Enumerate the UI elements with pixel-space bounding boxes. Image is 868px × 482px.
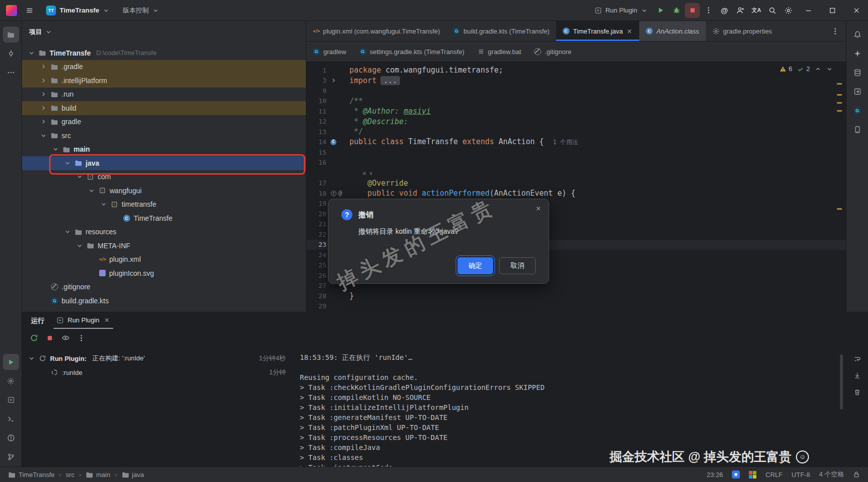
tree-item-resources[interactable]: resources: [22, 225, 306, 239]
clear-console-icon[interactable]: [853, 388, 861, 396]
run-toolwindow-icon[interactable]: [3, 354, 19, 370]
vcs-widget[interactable]: 版本控制: [119, 4, 163, 17]
close-tab-icon[interactable]: [104, 317, 110, 323]
line-separator[interactable]: CRLF: [765, 471, 782, 478]
readonly-lock-icon[interactable]: [853, 471, 860, 478]
dependencies-icon[interactable]: [849, 84, 865, 100]
ime-icon[interactable]: [749, 471, 756, 478]
breadcrumb-item-main[interactable]: main: [86, 471, 110, 478]
editor-tab-build-gradle-kts-timetransfe[interactable]: Gbuild.gradle.kts (TimeTransfe): [447, 21, 556, 41]
tree-item-main[interactable]: main: [22, 143, 306, 157]
tree-item-src[interactable]: src: [22, 129, 306, 143]
chevron-right-icon[interactable]: [40, 91, 47, 98]
gradle-toolwindow-icon[interactable]: G: [849, 103, 865, 119]
chevron-down-icon[interactable]: [64, 160, 71, 167]
database-icon[interactable]: [849, 65, 865, 81]
tree-item-build-gradle-kts[interactable]: Gbuild.gradle.kts: [22, 294, 306, 308]
chevron-down-icon[interactable]: [100, 201, 107, 208]
atGut-icon[interactable]: @: [338, 190, 342, 197]
tree-item-gradle[interactable]: gradle: [22, 115, 306, 129]
caret-position[interactable]: 23:26: [707, 471, 723, 478]
more-options-icon[interactable]: [78, 334, 85, 342]
tree-item-build[interactable]: build: [22, 101, 306, 115]
overrideUp-icon[interactable]: [330, 190, 337, 197]
console-scrollbar[interactable]: [840, 354, 843, 409]
tree-item-gitignore[interactable]: .gitignore: [22, 280, 306, 294]
stop-button[interactable]: [685, 3, 700, 18]
run-tree-row-runide[interactable]: :runIde1分钟: [22, 365, 295, 379]
tree-item-com[interactable]: com: [22, 170, 306, 184]
more-toolwindows-icon[interactable]: [3, 65, 19, 81]
chevron-right-icon[interactable]: [40, 118, 47, 125]
chevron-right-icon[interactable]: [40, 77, 47, 84]
tree-item-timetransfe[interactable]: TimeTransfeD:\code\TimeTransfe: [22, 46, 306, 60]
search-icon[interactable]: [765, 3, 780, 18]
ai-assistant-icon[interactable]: [849, 46, 865, 62]
run-plugin-tab[interactable]: Run Plugin: [54, 312, 113, 329]
tree-item-pluginicon-svg[interactable]: pluginIcon.svg: [22, 266, 306, 280]
project-toolwindow-icon[interactable]: [3, 27, 19, 43]
translation-plugin-icon[interactable]: [732, 470, 740, 478]
next-problem-icon[interactable]: [826, 66, 833, 73]
tree-item-run[interactable]: .run: [22, 88, 306, 102]
breadcrumb-item-java[interactable]: java: [122, 471, 144, 478]
editor-tab-gradlew[interactable]: Ggradlew: [306, 42, 353, 62]
tree-item-meta-inf[interactable]: META-INF: [22, 239, 306, 253]
project-widget[interactable]: TT TimeTransfe: [42, 4, 114, 18]
foldChev-icon[interactable]: [330, 77, 337, 84]
chevron-down-icon[interactable]: [40, 132, 47, 139]
editor-tab-anaction-class[interactable]: CAnAction.class: [639, 21, 705, 41]
tree-item-gradle[interactable]: .gradle: [22, 60, 306, 74]
main-menu-icon[interactable]: [22, 3, 37, 18]
soft-wrap-icon[interactable]: [853, 355, 861, 363]
tree-item-java[interactable]: java: [22, 156, 306, 170]
tree-item-intellijplatform[interactable]: .intellijPlatform: [22, 74, 306, 88]
tabs-overflow-icon[interactable]: [831, 28, 846, 35]
run-tree-row-runide[interactable]: Run Plugin: 正在构建: ':runIde'1分钟4秒: [22, 351, 295, 365]
filter-output-icon[interactable]: [62, 334, 70, 342]
run-button[interactable]: [653, 3, 668, 18]
problems-toolwindow-icon[interactable]: [3, 430, 19, 446]
chevron-down-icon[interactable]: [28, 355, 35, 362]
chevron-right-icon[interactable]: [40, 63, 47, 70]
ok-button[interactable]: 确定: [458, 257, 493, 274]
device-manager-icon[interactable]: [849, 122, 865, 138]
services-toolwindow-icon[interactable]: [3, 392, 19, 408]
editor-tab-settings-gradle-kts-timetransfe[interactable]: Gsettings.gradle.kts (TimeTransfe): [353, 42, 471, 62]
stop-process-icon[interactable]: [46, 334, 54, 342]
editor-tab-gradlew-bat[interactable]: gradlew.bat: [471, 42, 528, 62]
at-icon[interactable]: @: [717, 3, 732, 18]
run-config-widget[interactable]: Run Plugin: [591, 5, 652, 16]
tree-item-wangfugui[interactable]: wangfugui: [22, 184, 306, 198]
debug-button[interactable]: [669, 3, 684, 18]
chevron-right-icon[interactable]: [40, 105, 47, 112]
editor-tab-plugin-xml-com-wangfugui-timetransfe[interactable]: </>plugin.xml (com.wangfugui.TimeTransfe…: [306, 21, 447, 41]
chevron-down-icon[interactable]: [76, 173, 83, 180]
editor-tab-gitignore[interactable]: .gitignore: [528, 42, 578, 62]
inspections-widget[interactable]: 6 2: [779, 65, 833, 73]
rerun-icon[interactable]: [30, 334, 38, 342]
close-tab-icon[interactable]: [626, 28, 633, 35]
clsSm-icon[interactable]: C: [330, 139, 336, 145]
code-with-me-icon[interactable]: [733, 3, 748, 18]
chevron-down-icon[interactable]: [76, 242, 83, 249]
editor-tab-timetransfe-java[interactable]: CTimeTransfe.java: [556, 21, 639, 41]
file-encoding[interactable]: UTF-8: [791, 471, 810, 478]
notifications-bell-icon[interactable]: [849, 27, 865, 43]
indent-style[interactable]: 4 个空格: [819, 470, 844, 479]
build-toolwindow-icon[interactable]: [3, 373, 19, 389]
more-actions-icon[interactable]: [701, 3, 716, 18]
project-panel-header[interactable]: 项目: [22, 21, 306, 43]
tree-item-timetransfe[interactable]: timetransfe: [22, 198, 306, 212]
minimize-button[interactable]: [797, 0, 820, 21]
terminal-toolwindow-icon[interactable]: [3, 411, 19, 427]
settings-gear-icon[interactable]: [781, 3, 796, 18]
tree-item-timetransfe[interactable]: CTimeTransfe: [22, 211, 306, 225]
commit-toolwindow-icon[interactable]: [3, 46, 19, 62]
translate-icon[interactable]: 文A: [749, 3, 764, 18]
cancel-button[interactable]: 取消: [499, 257, 536, 274]
tree-item-plugin-xml[interactable]: </>plugin.xml: [22, 253, 306, 267]
version-control-toolwindow-icon[interactable]: [3, 449, 19, 465]
breadcrumb-item-src[interactable]: src: [66, 471, 74, 478]
dialog-close-icon[interactable]: [535, 205, 542, 212]
